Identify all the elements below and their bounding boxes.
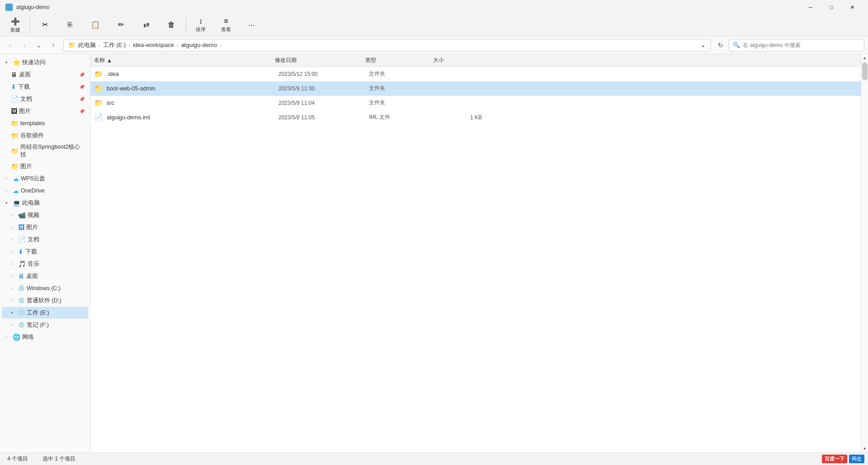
sidebar-item-desktop3[interactable]: › 🖥 桌面 (2, 270, 88, 282)
right-scrollbar[interactable]: ▲ ▼ (861, 54, 868, 452)
minimize-button[interactable]: ─ (800, 0, 821, 14)
maximize-button[interactable]: □ (821, 0, 842, 14)
expand-icon-wps: › (5, 176, 11, 181)
scroll-down-arrow[interactable]: ▼ (861, 445, 868, 452)
address-workspace: idea-workspace (133, 42, 174, 48)
title-bar-text: atgiugu-demo (16, 4, 800, 10)
refresh-button[interactable]: ↻ (714, 39, 727, 52)
status-bar: 4 个项目 选中 1 个项目 (0, 452, 868, 465)
table-row[interactable]: 📁 src 2023/5/9 11:04 文件夹 (90, 96, 861, 110)
sidebar-item-pics3[interactable]: 📁 图片 (2, 160, 88, 172)
pics-icon: 🖼 (11, 108, 17, 115)
search-input[interactable] (743, 42, 860, 48)
folder-icon-src: 📁 (94, 99, 103, 107)
sidebar-item-label: 快速访问 (22, 59, 46, 66)
col-size-header[interactable]: 大小 (433, 56, 478, 64)
sidebar-item-drvd[interactable]: › 💿 普通软件 (D:) (2, 295, 88, 306)
sidebar-item-drve[interactable]: ▾ 💿 工作 (E:) (2, 307, 88, 319)
pin-icon-2: 📌 (79, 85, 85, 89)
file-list: 📁 .idea 2023/5/12 15:00 文件夹 📁 boot-web-0… (90, 67, 861, 452)
sidebar-item-docs1[interactable]: 📄 文档 📌 (2, 93, 88, 105)
sidebar-item-video[interactable]: › 📹 视频 (2, 209, 88, 221)
delete-button[interactable]: 🗑 (160, 19, 183, 32)
move-button[interactable]: ⇄ (134, 19, 158, 32)
scrollbar-track[interactable] (861, 61, 868, 445)
move-icon: ⇄ (143, 20, 149, 29)
sidebar-item-pics1[interactable]: 🖼 图片 📌 (2, 105, 88, 117)
sidebar-item-thispc[interactable]: ▾ 💻 此电脑 (2, 197, 88, 209)
sidebar-item-drvf[interactable]: › 💿 笔记 (F:) (2, 319, 88, 331)
folder-icon-spring: 📁 (11, 147, 19, 155)
video-icon: 📹 (18, 211, 26, 219)
toolbar: ➕ 新建 ✂ ⎘ 📋 ✏ ⇄ 🗑 ↕ 排序 ≡ 查看 ··· (0, 14, 868, 36)
title-bar-controls: ─ □ ✕ (800, 0, 863, 14)
back-button[interactable]: ‹ (4, 39, 16, 52)
cut-button[interactable]: ✂ (33, 19, 57, 32)
col-type-header[interactable]: 类型 (365, 56, 433, 64)
address-dropdown-icon: ⌄ (701, 42, 706, 48)
cloud-icon-od: ☁ (13, 187, 19, 194)
network-icon: 🌐 (13, 333, 20, 341)
pin-icon-3: 📌 (79, 97, 85, 102)
view-button[interactable]: ≡ 查看 (214, 15, 238, 35)
address-folder-icon: 📁 (68, 42, 75, 48)
sidebar-item-music[interactable]: › 🎵 音乐 (2, 258, 88, 270)
content-area: 名称 ▲ 修改日期 类型 大小 📁 .idea 2023/5/12 15:00 … (90, 54, 861, 452)
more-button[interactable]: ··· (240, 19, 263, 31)
sort-button[interactable]: ↕ 排序 (189, 15, 212, 35)
cut-icon: ✂ (42, 20, 48, 29)
file-icon-iml: 📄 (94, 113, 103, 122)
music-icon: 🎵 (18, 260, 26, 268)
table-row[interactable]: 📄 atguigu-demo.iml 2023/5/9 11:05 IML 文件… (90, 110, 861, 125)
address-bar[interactable]: 📁 此电脑 › 工作 (E:) › idea-workspace › atgui… (63, 39, 711, 52)
delete-icon: 🗑 (168, 21, 175, 29)
folder-icon-blue: 📁 (94, 84, 103, 93)
watermark-box1: 百度一下 (822, 455, 847, 463)
copy-icon: ⎘ (68, 21, 72, 29)
forward-button[interactable]: › (18, 39, 31, 52)
pin-icon: 📌 (79, 72, 85, 77)
cloud-icon-wps: ☁ (13, 175, 19, 182)
toolbar-separator (30, 18, 30, 33)
watermark-box2: 网盘 (849, 455, 864, 463)
sidebar-item-wps[interactable]: › ☁ WPS云盘 (2, 173, 88, 184)
history-button[interactable]: ⌄ (33, 39, 45, 52)
sidebar-item-pics4[interactable]: › 🖼 图片 (2, 221, 88, 233)
folder-icon: 📁 (94, 70, 103, 78)
sidebar-item-drvc[interactable]: › 💿 Windows (C:) (2, 282, 88, 294)
rename-button[interactable]: ✏ (109, 19, 132, 32)
folder-icon-pics3: 📁 (11, 163, 19, 170)
col-date-header[interactable]: 修改日期 (275, 56, 365, 64)
sidebar-item-springboot[interactable]: 📁 尚硅谷Springboot2核心技 (2, 142, 88, 160)
table-row[interactable]: 📁 boot-web-05-admin 2023/5/9 11:30 文件夹 (90, 81, 861, 96)
paste-button[interactable]: 📋 (84, 19, 107, 32)
view-icon: ≡ (224, 17, 228, 25)
sidebar-item-googleplugin[interactable]: 📁 谷歌插件 (2, 130, 88, 141)
up-button[interactable]: ↑ (47, 39, 60, 52)
pin-icon-4: 📌 (79, 109, 85, 114)
search-box[interactable]: 🔍 (729, 39, 864, 52)
sidebar-item-docs3[interactable]: › 📄 文档 (2, 234, 88, 245)
table-row[interactable]: 📁 .idea 2023/5/12 15:00 文件夹 (90, 67, 861, 81)
new-button[interactable]: ➕ 新建 (4, 15, 27, 35)
copy-button[interactable]: ⎘ (58, 19, 82, 32)
scrollbar-thumb[interactable] (862, 62, 868, 80)
sidebar-item-network[interactable]: › 🌐 网络 (2, 331, 88, 343)
sidebar-item-onedrive[interactable]: › ☁ OneDrive (2, 185, 88, 197)
sidebar-item-download1[interactable]: ⬇ 下载 📌 (2, 81, 88, 93)
close-button[interactable]: ✕ (842, 0, 863, 14)
address-current: atguigu-demo (181, 42, 217, 48)
sidebar: ▾ ⭐ 快速访问 🖥 桌面 📌 ⬇ 下载 📌 📄 文档 📌 🖼 图片 📌 📁 t… (0, 54, 90, 452)
sidebar-item-download3[interactable]: › ⬇ 下载 (2, 246, 88, 258)
download3-icon: ⬇ (18, 248, 24, 255)
scroll-up-arrow[interactable]: ▲ (861, 54, 868, 61)
pics4-icon: 🖼 (18, 224, 24, 231)
col-name-header[interactable]: 名称 ▲ (94, 56, 275, 64)
sidebar-item-quickaccess[interactable]: ▾ ⭐ 快速访问 (2, 56, 88, 68)
title-bar: atgiugu-demo ─ □ ✕ (0, 0, 868, 14)
docs-icon: 📄 (11, 95, 19, 103)
sidebar-item-templates[interactable]: 📁 templates (2, 117, 88, 129)
expand-icon-od: › (5, 188, 11, 193)
sidebar-item-desktop1[interactable]: 🖥 桌面 📌 (2, 69, 88, 80)
app-icon (5, 4, 13, 11)
